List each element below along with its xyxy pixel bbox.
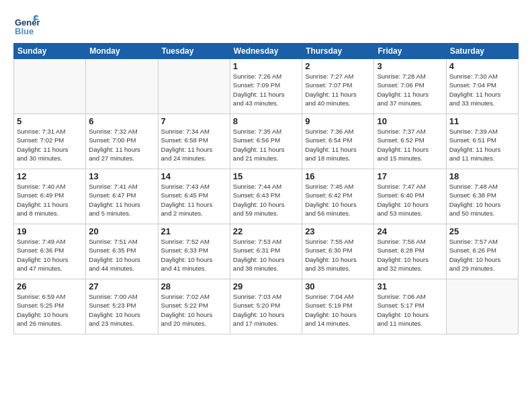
day-number: 2	[305, 61, 371, 71]
day-number: 27	[89, 281, 154, 291]
day-number: 29	[233, 281, 299, 291]
day-info: Sunrise: 7:03 AM Sunset: 5:20 PM Dayligh…	[233, 292, 299, 328]
calendar-empty	[446, 279, 518, 334]
day-number: 19	[17, 226, 83, 236]
day-info: Sunrise: 7:27 AM Sunset: 7:07 PM Dayligh…	[305, 72, 371, 107]
day-info: Sunrise: 7:28 AM Sunset: 7:06 PM Dayligh…	[377, 72, 443, 107]
day-number: 7	[161, 116, 227, 126]
calendar-day-10: 10Sunrise: 7:37 AM Sunset: 6:52 PM Dayli…	[374, 114, 446, 169]
day-number: 15	[233, 171, 299, 181]
day-info: Sunrise: 7:52 AM Sunset: 6:33 PM Dayligh…	[161, 237, 227, 273]
header: General Blue	[13, 11, 519, 38]
calendar-week-4: 19Sunrise: 7:49 AM Sunset: 6:36 PM Dayli…	[14, 224, 519, 279]
day-number: 20	[89, 226, 154, 236]
day-number: 21	[161, 226, 227, 236]
day-number: 18	[449, 171, 515, 181]
day-number: 5	[17, 116, 83, 126]
day-number: 30	[305, 281, 371, 291]
calendar-day-28: 28Sunrise: 7:02 AM Sunset: 5:22 PM Dayli…	[158, 279, 230, 334]
day-number: 14	[161, 171, 227, 181]
calendar-day-18: 18Sunrise: 7:48 AM Sunset: 6:38 PM Dayli…	[446, 169, 518, 224]
day-number: 10	[377, 116, 443, 126]
day-number: 3	[377, 61, 443, 71]
calendar-table: SundayMondayTuesdayWednesdayThursdayFrid…	[13, 43, 519, 334]
day-info: Sunrise: 7:36 AM Sunset: 6:54 PM Dayligh…	[305, 127, 371, 163]
calendar-day-19: 19Sunrise: 7:49 AM Sunset: 6:36 PM Dayli…	[14, 224, 86, 279]
day-number: 8	[233, 116, 299, 126]
day-info: Sunrise: 7:04 AM Sunset: 5:19 PM Dayligh…	[305, 292, 371, 328]
calendar-day-17: 17Sunrise: 7:47 AM Sunset: 6:40 PM Dayli…	[374, 169, 446, 224]
day-info: Sunrise: 7:55 AM Sunset: 6:30 PM Dayligh…	[305, 237, 371, 273]
day-number: 26	[17, 281, 83, 291]
day-number: 11	[449, 116, 515, 126]
day-info: Sunrise: 7:32 AM Sunset: 7:00 PM Dayligh…	[89, 127, 154, 163]
calendar-day-21: 21Sunrise: 7:52 AM Sunset: 6:33 PM Dayli…	[158, 224, 230, 279]
weekday-header-row: SundayMondayTuesdayWednesdayThursdayFrid…	[14, 44, 519, 59]
day-info: Sunrise: 6:59 AM Sunset: 5:25 PM Dayligh…	[17, 292, 83, 328]
day-info: Sunrise: 7:43 AM Sunset: 6:45 PM Dayligh…	[161, 182, 227, 218]
calendar-week-2: 5Sunrise: 7:31 AM Sunset: 7:02 PM Daylig…	[14, 114, 519, 169]
calendar-day-27: 27Sunrise: 7:00 AM Sunset: 5:23 PM Dayli…	[86, 279, 158, 334]
calendar-day-31: 31Sunrise: 7:06 AM Sunset: 5:17 PM Dayli…	[374, 279, 446, 334]
day-info: Sunrise: 7:35 AM Sunset: 6:56 PM Dayligh…	[233, 127, 299, 163]
weekday-header-sunday: Sunday	[14, 44, 86, 59]
day-info: Sunrise: 7:53 AM Sunset: 6:31 PM Dayligh…	[233, 237, 299, 273]
day-info: Sunrise: 7:00 AM Sunset: 5:23 PM Dayligh…	[89, 292, 154, 328]
day-number: 25	[449, 226, 515, 236]
day-info: Sunrise: 7:30 AM Sunset: 7:04 PM Dayligh…	[449, 72, 515, 107]
calendar-empty	[86, 59, 158, 114]
day-info: Sunrise: 7:57 AM Sunset: 6:26 PM Dayligh…	[449, 237, 515, 273]
svg-text:Blue: Blue	[15, 26, 34, 36]
day-info: Sunrise: 7:45 AM Sunset: 6:42 PM Dayligh…	[305, 182, 371, 218]
calendar-day-4: 4Sunrise: 7:30 AM Sunset: 7:04 PM Daylig…	[446, 59, 518, 114]
calendar-empty	[14, 59, 86, 114]
day-info: Sunrise: 7:37 AM Sunset: 6:52 PM Dayligh…	[377, 127, 443, 163]
day-info: Sunrise: 7:49 AM Sunset: 6:36 PM Dayligh…	[17, 237, 83, 273]
calendar-day-8: 8Sunrise: 7:35 AM Sunset: 6:56 PM Daylig…	[230, 114, 302, 169]
calendar-day-26: 26Sunrise: 6:59 AM Sunset: 5:25 PM Dayli…	[14, 279, 86, 334]
day-info: Sunrise: 7:51 AM Sunset: 6:35 PM Dayligh…	[89, 237, 154, 273]
calendar-day-20: 20Sunrise: 7:51 AM Sunset: 6:35 PM Dayli…	[86, 224, 158, 279]
day-number: 4	[449, 61, 515, 71]
calendar-day-25: 25Sunrise: 7:57 AM Sunset: 6:26 PM Dayli…	[446, 224, 518, 279]
day-number: 9	[305, 116, 371, 126]
weekday-header-saturday: Saturday	[446, 44, 518, 59]
calendar-day-13: 13Sunrise: 7:41 AM Sunset: 6:47 PM Dayli…	[86, 169, 158, 224]
day-number: 16	[305, 171, 371, 181]
weekday-header-tuesday: Tuesday	[158, 44, 230, 59]
calendar-week-1: 1Sunrise: 7:26 AM Sunset: 7:09 PM Daylig…	[14, 59, 519, 114]
day-info: Sunrise: 7:41 AM Sunset: 6:47 PM Dayligh…	[89, 182, 154, 218]
logo: General Blue	[13, 11, 40, 38]
day-number: 28	[161, 281, 227, 291]
weekday-header-friday: Friday	[374, 44, 446, 59]
day-number: 22	[233, 226, 299, 236]
weekday-header-wednesday: Wednesday	[230, 44, 302, 59]
calendar-day-16: 16Sunrise: 7:45 AM Sunset: 6:42 PM Dayli…	[302, 169, 374, 224]
day-number: 13	[89, 171, 154, 181]
day-info: Sunrise: 7:06 AM Sunset: 5:17 PM Dayligh…	[377, 292, 443, 328]
calendar-day-22: 22Sunrise: 7:53 AM Sunset: 6:31 PM Dayli…	[230, 224, 302, 279]
day-info: Sunrise: 7:02 AM Sunset: 5:22 PM Dayligh…	[161, 292, 227, 328]
weekday-header-thursday: Thursday	[302, 44, 374, 59]
calendar-day-1: 1Sunrise: 7:26 AM Sunset: 7:09 PM Daylig…	[230, 59, 302, 114]
day-info: Sunrise: 7:34 AM Sunset: 6:58 PM Dayligh…	[161, 127, 227, 163]
calendar-day-3: 3Sunrise: 7:28 AM Sunset: 7:06 PM Daylig…	[374, 59, 446, 114]
weekday-header-monday: Monday	[86, 44, 158, 59]
day-number: 6	[89, 116, 154, 126]
day-number: 31	[377, 281, 443, 291]
calendar-day-24: 24Sunrise: 7:56 AM Sunset: 6:28 PM Dayli…	[374, 224, 446, 279]
page: General Blue SundayMondayTuesdayWednesda…	[0, 0, 532, 411]
day-info: Sunrise: 7:26 AM Sunset: 7:09 PM Dayligh…	[233, 72, 299, 107]
calendar-day-9: 9Sunrise: 7:36 AM Sunset: 6:54 PM Daylig…	[302, 114, 374, 169]
day-info: Sunrise: 7:40 AM Sunset: 6:49 PM Dayligh…	[17, 182, 83, 218]
day-number: 1	[233, 61, 299, 71]
calendar-day-11: 11Sunrise: 7:39 AM Sunset: 6:51 PM Dayli…	[446, 114, 518, 169]
day-info: Sunrise: 7:31 AM Sunset: 7:02 PM Dayligh…	[17, 127, 83, 163]
calendar-day-2: 2Sunrise: 7:27 AM Sunset: 7:07 PM Daylig…	[302, 59, 374, 114]
day-number: 24	[377, 226, 443, 236]
calendar-week-3: 12Sunrise: 7:40 AM Sunset: 6:49 PM Dayli…	[14, 169, 519, 224]
calendar-day-15: 15Sunrise: 7:44 AM Sunset: 6:43 PM Dayli…	[230, 169, 302, 224]
day-info: Sunrise: 7:56 AM Sunset: 6:28 PM Dayligh…	[377, 237, 443, 273]
day-number: 17	[377, 171, 443, 181]
calendar-day-14: 14Sunrise: 7:43 AM Sunset: 6:45 PM Dayli…	[158, 169, 230, 224]
